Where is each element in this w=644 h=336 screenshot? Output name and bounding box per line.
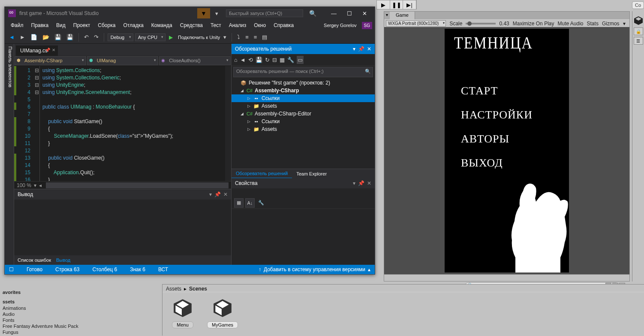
nav-class-dropdown[interactable]: UIManag — [87, 56, 159, 65]
close-button[interactable]: ✕ — [358, 9, 371, 18]
folder-item[interactable]: Audio — [3, 311, 159, 317]
run-button[interactable]: Подключить к Unity — [176, 35, 220, 40]
close-panel-icon[interactable]: ✕ — [223, 191, 228, 197]
aspect-dropdown[interactable]: WXGA Portrait (800x1280) — [386, 20, 446, 27]
config-dropdown[interactable]: Debug — [108, 33, 133, 41]
favorites-header[interactable]: avorites — [3, 290, 159, 295]
stats-button[interactable]: Stats — [587, 21, 599, 27]
crumb-scenes[interactable]: Scenes — [189, 286, 207, 291]
gizmos-dropdown-icon[interactable]: ▾ — [623, 21, 626, 27]
scene-item-menu[interactable]: Menu — [171, 297, 194, 328]
lock-icon[interactable]: 🔒 — [634, 27, 643, 35]
mute-audio-button[interactable]: Mute Audio — [557, 21, 583, 27]
project-node[interactable]: ◢C#Assembly-CSharp — [232, 87, 375, 94]
collab-button[interactable]: Co — [632, 1, 644, 9]
save-icon[interactable]: 💾 — [53, 33, 63, 41]
tab-errors[interactable]: Список ошибок — [18, 257, 51, 263]
layers-icon[interactable]: ☰ — [634, 37, 643, 45]
pin-icon[interactable]: 📌 — [358, 180, 364, 186]
preview-icon[interactable]: ▭ — [297, 56, 304, 64]
publish-icon[interactable]: ↑ — [259, 266, 261, 272]
run-dropdown-icon[interactable]: ▾ — [222, 33, 228, 41]
properties-object-dropdown[interactable] — [232, 188, 375, 197]
minimize-button[interactable]: — — [327, 9, 341, 18]
close-tab-icon[interactable]: ✕ — [52, 48, 55, 52]
overview-ruler[interactable] — [225, 66, 231, 181]
platform-dropdown[interactable]: Any CPU — [135, 33, 166, 41]
code-editor[interactable]: 1234567891011121314151617 ⊟ ⊟⊟ ⊟ using S… — [14, 66, 231, 181]
toolbox-panel[interactable]: Панель элементов — [5, 44, 14, 265]
folder-item[interactable]: Free Fantasy Adventure Music Pack — [3, 323, 159, 329]
menu-view[interactable]: Вид — [53, 21, 69, 30]
open-file-icon[interactable]: 📂 — [41, 33, 51, 41]
code-content[interactable]: using System.Collections;using System.Co… — [40, 66, 225, 181]
solution-search-input[interactable]: Обозреватель решений — поиск (Ctrl+;) — [233, 67, 373, 77]
project-node[interactable]: ◢C#Assembly-CSharp-Editor — [232, 110, 375, 118]
dropdown-icon[interactable]: ▾ — [353, 46, 355, 52]
feedback-button[interactable]: ▼ — [197, 8, 210, 18]
pin-icon[interactable]: 📌 — [214, 191, 221, 197]
horizontal-scrollbar[interactable] — [46, 182, 229, 188]
menu-file[interactable]: Файл — [7, 21, 27, 30]
quick-launch-input[interactable]: Быстрый запуск (Ctrl+Q) — [226, 9, 303, 17]
close-panel-icon[interactable]: ✕ — [367, 46, 371, 52]
solution-node[interactable]: 📦Решение "first game" (проектов: 2) — [232, 79, 375, 87]
maximize-on-play-button[interactable]: Maximize On Play — [513, 21, 554, 27]
menu-exit-button[interactable]: ВЫХОД — [461, 157, 533, 170]
folder-item[interactable]: Animations — [3, 305, 159, 311]
menu-debug[interactable]: Отладка — [120, 21, 147, 30]
save-all-icon[interactable]: 💾 — [65, 33, 75, 41]
menu-window[interactable]: Окно — [250, 21, 269, 30]
assets-header[interactable]: ssets — [3, 299, 159, 304]
collapse-icon[interactable]: ⊟ — [272, 57, 277, 63]
scroll-left-icon[interactable]: ◂ — [39, 182, 42, 188]
assets-folder-node[interactable]: ▷📁Assets — [232, 102, 375, 110]
folder-item[interactable]: Fonts — [3, 317, 159, 323]
vcs-dropdown-icon[interactable]: ▴ — [368, 266, 370, 272]
pin-icon[interactable]: 📌 — [45, 48, 50, 52]
menu-analyze[interactable]: Анализ — [226, 21, 250, 30]
tab-output[interactable]: Вывод — [56, 257, 70, 263]
step-button[interactable]: ▶| — [403, 0, 416, 9]
property-pages-icon[interactable]: 🔧 — [256, 198, 266, 208]
comment-icon[interactable]: ≡ — [244, 33, 250, 41]
pin-icon[interactable]: 📌 — [358, 46, 364, 52]
show-all-icon[interactable]: ▦ — [280, 57, 285, 63]
scene-item-mygames[interactable]: MyGames — [207, 297, 238, 328]
fold-column[interactable]: ⊟ ⊟⊟ ⊟ — [34, 66, 40, 181]
redo-icon[interactable]: ↷ — [92, 33, 100, 41]
maximize-button[interactable]: ☐ — [343, 9, 356, 18]
output-dropdown-icon[interactable]: ▾ — [209, 191, 212, 197]
save-icon[interactable]: 💾 — [256, 57, 262, 63]
nav-method-dropdown[interactable]: CloseAuthors() — [159, 56, 231, 65]
user-name[interactable]: Sergey Gorelov — [321, 23, 359, 28]
tab-team-explorer[interactable]: Team Explorer — [292, 170, 331, 178]
dropdown-icon[interactable]: ▾ — [353, 180, 355, 186]
menu-help[interactable]: Справка — [270, 21, 297, 30]
menu-edit[interactable]: Правка — [28, 21, 52, 30]
sync-icon[interactable]: ⟲ — [248, 57, 253, 63]
search-icon[interactable]: 🔍 — [307, 10, 319, 17]
gizmos-button[interactable]: Gizmos — [602, 21, 620, 27]
panel-menu-icon[interactable]: ▾ — [384, 12, 390, 19]
zoom-dropdown-icon[interactable]: ▾ — [34, 182, 36, 188]
menu-authors-button[interactable]: АВТОРЫ — [461, 133, 533, 145]
menu-project[interactable]: Проект — [70, 21, 94, 30]
game-tab[interactable]: Game — [390, 12, 415, 19]
menu-build[interactable]: Сборка — [94, 21, 119, 30]
categorized-icon[interactable]: ▦ — [234, 198, 244, 208]
game-horizontal-scrollbar[interactable] — [384, 274, 629, 281]
output-body[interactable] — [14, 200, 231, 255]
uncomment-icon[interactable]: ≡ — [252, 33, 259, 41]
menu-team[interactable]: Команда — [148, 21, 176, 30]
menu-start-button[interactable]: СТАРТ — [461, 85, 533, 97]
user-avatar[interactable]: SG — [362, 22, 372, 29]
crumb-assets[interactable]: Assets — [166, 286, 181, 291]
refresh-icon[interactable]: ↻ — [265, 57, 270, 63]
menu-tools[interactable]: Средства — [177, 21, 206, 30]
menu-settings-button[interactable]: НАСТРОЙКИ — [461, 109, 533, 121]
scale-slider[interactable] — [466, 23, 496, 24]
step-into-icon[interactable]: ⤵ — [235, 33, 242, 41]
nav-fwd-icon[interactable]: ► — [18, 33, 27, 41]
notifications-icon[interactable]: ▾ — [214, 9, 220, 18]
